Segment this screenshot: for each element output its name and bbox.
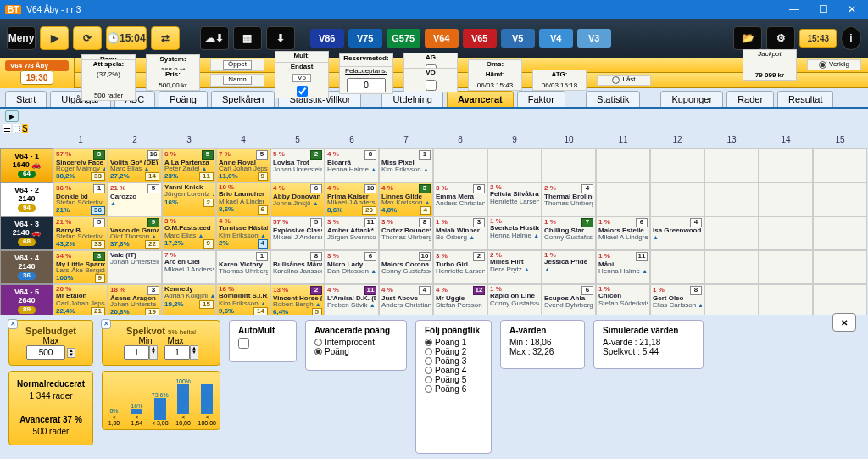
leg-header[interactable]: V64 - 52640 89 bbox=[0, 284, 53, 318]
horse-cell[interactable]: 10 Maiors CoronaConny Gustafsson ▲ bbox=[379, 250, 433, 284]
poang-radio[interactable]: Poäng 2 bbox=[425, 347, 482, 356]
tab-avancerat[interactable]: Avancerat bbox=[447, 91, 514, 107]
horse-cell[interactable]: 1 %11 MåniHenna Halme ▲ bbox=[596, 250, 650, 284]
horse-cell[interactable] bbox=[650, 148, 704, 182]
tab-kuponger[interactable]: Kuponger bbox=[660, 91, 723, 107]
menu-button[interactable]: Meny bbox=[7, 26, 36, 50]
vo-check[interactable] bbox=[426, 80, 437, 91]
tab-faktor[interactable]: Faktor bbox=[517, 91, 565, 107]
horse-cell[interactable]: 4 %4 Just AboveAnders Christians ▲ bbox=[379, 284, 433, 318]
horse-cell[interactable]: 21 %5 Barry B.Stefan Söderkv ▲ 43,2%33 bbox=[53, 216, 108, 250]
horse-cell[interactable] bbox=[813, 216, 867, 250]
horse-cell[interactable]: 1 %8 Gert OleoElias Carlsson ▲ bbox=[650, 284, 704, 318]
view-icon-2[interactable]: ⬚ bbox=[13, 124, 20, 133]
close-bottom-button[interactable]: ✕ bbox=[832, 313, 856, 332]
v6-check[interactable] bbox=[297, 86, 308, 97]
horse-cell[interactable]: 2 % Felicia SilvåkraHenriette Larsen ▲ bbox=[487, 182, 542, 216]
folder-button[interactable]: 📂 bbox=[733, 26, 762, 50]
oppet-select[interactable]: Öppet bbox=[223, 60, 252, 69]
horse-cell[interactable]: 6 %5 A La PartenzaPeter Zadel ▲ 23%11 bbox=[162, 148, 216, 182]
horse-cell[interactable] bbox=[759, 216, 813, 250]
sync-button[interactable]: ⇄ bbox=[151, 26, 180, 50]
horse-cell[interactable]: 4 %6 Abby DonovanJonna Jinsjö ▲ bbox=[270, 182, 325, 216]
horse-cell[interactable]: 3 %11 Amber Attack*Jörgen Svennson ▲ bbox=[325, 216, 379, 250]
horse-cell[interactable]: 8 Bullsånes MånaKarolina Jansson ▲ bbox=[270, 250, 325, 284]
horse-cell[interactable] bbox=[813, 250, 867, 284]
horse-cell[interactable] bbox=[759, 250, 813, 284]
horse-cell[interactable]: 1 %3 Maiah WinnerBo Örberg ▲ bbox=[433, 216, 487, 250]
horse-cell[interactable]: 18 %3 Åsens AragonJohan Unterste ▲ 20,6%… bbox=[108, 284, 162, 318]
close-button[interactable]: ✕ bbox=[841, 3, 863, 15]
tab-start[interactable]: Start bbox=[5, 91, 47, 107]
leg-header[interactable]: V64 - 42140 36 bbox=[0, 250, 53, 284]
chip-v86[interactable]: V86 bbox=[310, 29, 344, 48]
horse-cell[interactable]: 1 % ChiconStefan Söderkvist ▲ bbox=[596, 284, 650, 318]
horse-cell[interactable]: 9 Vasco de GamaOlof Thorson ▲ 37,6%22 bbox=[108, 216, 162, 250]
horse-cell[interactable]: 3 %8 Emma MeraAnders Christians ▲ bbox=[433, 182, 487, 216]
budget-input[interactable] bbox=[26, 345, 65, 360]
horse-cell[interactable]: 4 %11 L'Amiral D.K. (DK)Preben Sövik ▲ bbox=[325, 284, 379, 318]
horse-cell[interactable]: 16 % Bombibitt S.I.R.Kim Eriksson ▲ 9,6%… bbox=[216, 284, 270, 318]
horse-cell[interactable] bbox=[759, 148, 813, 182]
horse-cell[interactable]: 36 %1 Donkie IxiStefan Söderkv ▲ 21%36 bbox=[53, 182, 108, 216]
horse-cell[interactable]: 1 % Jessica Pride ▲ bbox=[542, 250, 596, 284]
kvot-min-input[interactable] bbox=[124, 345, 149, 360]
horse-cell[interactable]: 1 Miss PixelKim Eriksson ▲ bbox=[379, 148, 433, 182]
horse-cell[interactable] bbox=[704, 216, 759, 250]
horse-cell[interactable] bbox=[650, 182, 704, 216]
horse-cell[interactable]: 1 Karen VictoryThomas Uhrberg ▲ bbox=[216, 250, 270, 284]
fel-input[interactable] bbox=[347, 78, 386, 92]
horse-cell[interactable]: 1 % Rapid on LineConny Gustafsson ▲ bbox=[487, 284, 542, 318]
horse-cell[interactable]: 1 %7 Chilling StarConny Gustafsson ▲ bbox=[542, 216, 596, 250]
view-icon-3[interactable]: S bbox=[22, 124, 28, 133]
horse-cell[interactable] bbox=[704, 284, 759, 318]
horse-cell[interactable] bbox=[813, 182, 867, 216]
kvot-max-input[interactable] bbox=[164, 345, 190, 360]
horse-cell[interactable]: 4 %3 Linnes GlideMax Karlsson ▲ 4,8%4 bbox=[379, 182, 433, 216]
horse-cell[interactable]: 16 Volita Go* (DE)Marc Elias ▲ 27,2%14 bbox=[108, 148, 162, 182]
horse-cell[interactable]: 57 %5 Explosive ClassMikael J Anderss ▲ bbox=[270, 216, 325, 250]
horse-cell[interactable] bbox=[759, 284, 813, 318]
chip-v4[interactable]: V4 bbox=[539, 29, 573, 48]
budget-spinner[interactable]: ▲▼ bbox=[67, 348, 75, 358]
horse-cell[interactable]: 2 %4 Thermal BrolineThomas Uhrberg ▲ bbox=[542, 182, 596, 216]
horse-cell[interactable]: 13 %2 Vincent Horse (IRobert Bergh ▲ 6,4… bbox=[270, 284, 325, 318]
chip-g75[interactable]: G575 bbox=[387, 29, 420, 48]
refresh-button[interactable]: ⟳ bbox=[73, 26, 102, 50]
chip-v75[interactable]: V75 bbox=[348, 29, 382, 48]
view-icon-1[interactable]: ☰ bbox=[3, 124, 11, 133]
horse-cell[interactable]: 1 %6 Maiors EstelleMikael A Lindgren ▲ bbox=[596, 216, 650, 250]
horse-cell[interactable]: 34 %3 My Little SparrowLars-Åke Bergstr … bbox=[53, 250, 108, 284]
tab-poang[interactable]: Poäng bbox=[159, 91, 208, 107]
chip-v5[interactable]: V5 bbox=[501, 29, 535, 48]
horse-cell[interactable]: 4 %10 Prima KaiserMikael J Anders ▲ 8,6%… bbox=[325, 182, 379, 216]
poang-radio[interactable]: Poäng 4 bbox=[425, 366, 482, 375]
horse-cell[interactable] bbox=[704, 148, 759, 182]
horse-cell[interactable]: 3 % O.M.FaststeedMarc Elias ▲ 17,2%9 bbox=[162, 216, 216, 250]
download-button[interactable]: ⬇ bbox=[266, 26, 295, 50]
automult-check[interactable] bbox=[238, 338, 249, 349]
poang-radio[interactable]: Poäng 5 bbox=[425, 375, 482, 384]
leg-header[interactable]: V64 - 32140 🚗68 bbox=[0, 216, 53, 250]
poang-radio[interactable]: Poäng 3 bbox=[425, 356, 482, 366]
namn-input[interactable]: Namn bbox=[223, 76, 251, 84]
poang-radio[interactable]: Poäng 1 bbox=[425, 338, 482, 347]
tab-statistik[interactable]: Statistik bbox=[586, 91, 641, 107]
horse-cell[interactable]: KennedyAdrian Kolgjini ▲ 19,2%15 bbox=[162, 284, 216, 318]
horse-cell[interactable]: 21 %5 Carozzo ▲ bbox=[108, 182, 162, 216]
horse-cell[interactable] bbox=[704, 182, 759, 216]
horse-cell[interactable]: Vale (IT)Johan Untersteiner ▲ bbox=[108, 250, 162, 284]
horse-cell[interactable]: 3 %8 Cortez Bounce*Thomas Uhrberg ▲ bbox=[379, 216, 433, 250]
horse-cell[interactable]: 4 %12 Mr UggieStefan Persson ▲ bbox=[433, 284, 487, 318]
grid-play-button[interactable]: ▶ bbox=[5, 110, 19, 122]
close-icon[interactable]: ✕ bbox=[101, 319, 111, 329]
horse-cell[interactable]: 4 Isa Greenwood ▲ bbox=[650, 216, 704, 250]
horse-cell[interactable]: 3 %2 Turbo GirlHenriette Larsen ▲ bbox=[433, 250, 487, 284]
horse-cell[interactable] bbox=[704, 250, 759, 284]
horse-cell[interactable]: 20 % Mr EtalonCarl Johan Jeps ▲ 22,4%21 bbox=[53, 284, 108, 318]
horse-cell[interactable]: 3 %6 Micro LadyDan Ottosson ▲ bbox=[325, 250, 379, 284]
play-button[interactable]: ▶ bbox=[40, 26, 69, 50]
tab-rader[interactable]: Rader bbox=[726, 91, 774, 107]
close-icon[interactable]: ✕ bbox=[8, 319, 18, 329]
timer-button[interactable]: 🕒 15:04 bbox=[106, 26, 147, 50]
